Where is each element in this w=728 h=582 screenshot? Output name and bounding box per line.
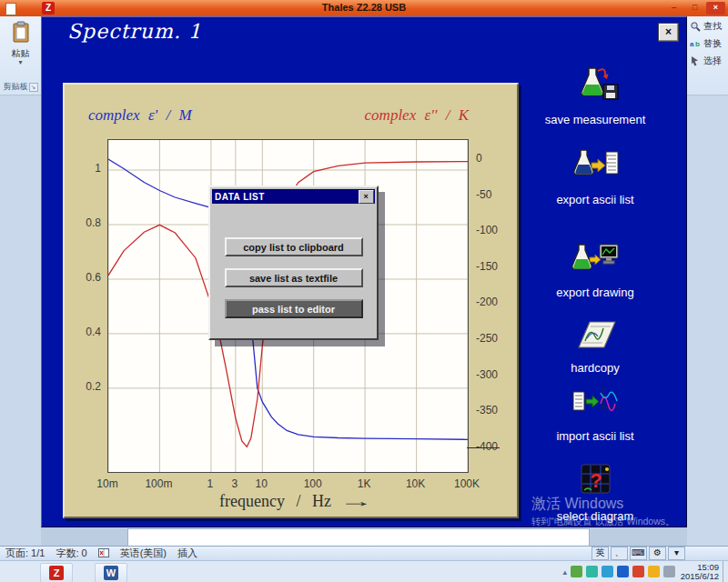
y-axis-right-tick: -100 <box>476 224 516 236</box>
ime-punctuation-toggle[interactable]: 、 <box>611 547 628 560</box>
tray-icon[interactable] <box>571 566 582 577</box>
menu-hardcopy[interactable]: hardcopy <box>536 313 654 375</box>
x-axis-tick: 10K <box>396 477 436 490</box>
status-insert-mode[interactable]: 插入 <box>177 547 197 560</box>
status-language[interactable]: 英语(美国) <box>120 547 167 560</box>
ribbon-editing-group: 查找 a b 替换 选择 <box>687 16 728 95</box>
select-cursor-icon <box>690 55 701 66</box>
x-axis-arrow-icon: → <box>339 492 373 511</box>
y-axis-right-tick: -150 <box>476 260 516 273</box>
left-axis-title: complex ε' / M <box>88 106 192 125</box>
y-axis-left-tick: 1 <box>65 162 101 175</box>
ime-keyboard-icon[interactable]: ⌨ <box>630 547 647 560</box>
window-title: Thales Z2.28 USB <box>91 2 637 13</box>
svg-text:a: a <box>690 40 694 48</box>
hardcopy-icon <box>568 313 622 356</box>
select-diagram-icon: ? <box>568 461 622 505</box>
menu-select-diagram[interactable]: ? select diagram <box>536 461 654 523</box>
y-axis-left-tick: 0.4 <box>65 326 101 338</box>
thales-app-icon: Z <box>42 2 55 15</box>
ime-language-bar: 英 、 ⌨ ⚙ ▾ <box>592 547 685 560</box>
dialog-close-button[interactable]: × <box>359 190 374 204</box>
spectrum-window-title: Spectrum. 1 <box>67 20 202 43</box>
tray-icon[interactable] <box>617 566 629 577</box>
menu-label: select diagram <box>536 509 654 523</box>
y-axis-left-tick: 0.8 <box>65 216 101 229</box>
word-taskbar-icon: W <box>104 566 118 580</box>
replace-button[interactable]: a b 替换 <box>687 34 728 51</box>
data-list-dialog: DATA LIST × copy list to clipboard save … <box>208 186 379 340</box>
y-axis-right-tick: -50 <box>476 188 516 201</box>
menu-save-measurement[interactable]: save measurement <box>536 65 654 126</box>
window-controls: – □ × <box>664 2 725 15</box>
ribbon-clipboard-group: 粘贴 ▾ 剪贴板↘ <box>0 16 41 95</box>
show-desktop-button[interactable] <box>723 561 728 582</box>
svg-text:?: ? <box>590 469 602 492</box>
x-axis-tick: 1K <box>344 477 384 490</box>
paste-dropdown-icon[interactable]: ▾ <box>4 60 37 65</box>
export-drawing-icon <box>568 237 622 281</box>
menu-import-ascii-list[interactable]: import ascii list <box>536 381 654 443</box>
menu-label: export drawing <box>536 286 654 299</box>
tray-icons <box>571 566 675 577</box>
hidden-icons-arrow[interactable]: ▴ <box>562 567 567 577</box>
y-axis-right-tick: -200 <box>476 296 516 308</box>
menu-export-drawing[interactable]: export drawing <box>536 237 654 299</box>
x-axis-tick: 100K <box>447 477 487 490</box>
tray-icon[interactable] <box>632 566 644 577</box>
tray-icon[interactable] <box>663 566 675 577</box>
menu-label: save measurement <box>536 113 654 126</box>
proofing-status-icon[interactable] <box>98 548 109 558</box>
replace-label: 替换 <box>703 37 722 50</box>
dialog-launcher-icon[interactable]: ↘ <box>29 83 38 92</box>
y-axis-left-tick: 0.2 <box>65 380 101 393</box>
status-page-count[interactable]: 页面: 1/1 <box>5 547 45 560</box>
status-word-count[interactable]: 字数: 0 <box>56 547 86 560</box>
taskbar: Z W ▴ 15:09 2015/6/12 <box>0 560 728 582</box>
right-axis-marker-line <box>467 447 500 448</box>
tray-icon[interactable] <box>648 566 660 577</box>
window-titlebar: Z Thales Z2.28 USB – □ × <box>0 0 728 16</box>
menu-label: hardcopy <box>536 361 654 375</box>
x-axis-tick: 100m <box>138 477 178 490</box>
y-axis-right-tick: -400 <box>476 440 516 453</box>
taskbar-clock[interactable]: 15:09 2015/6/12 <box>681 563 719 581</box>
y-axis-right-tick: -250 <box>476 332 516 345</box>
pass-list-to-editor-button[interactable]: pass list to editor <box>225 299 363 318</box>
close-button[interactable]: × <box>706 2 725 15</box>
thales-taskbar-icon: Z <box>49 566 64 580</box>
taskbar-word-app[interactable]: W <box>95 563 127 582</box>
taskbar-thales-app[interactable]: Z <box>40 563 73 582</box>
save-list-as-textfile-button[interactable]: save list as textfile <box>225 268 363 287</box>
y-axis-left-tick: 0.6 <box>65 271 101 284</box>
menu-label: import ascii list <box>536 429 654 443</box>
paste-button[interactable]: 粘贴 ▾ <box>4 20 37 78</box>
spectrum-close-button[interactable]: × <box>658 23 679 42</box>
word-page-edge <box>127 528 590 546</box>
select-label: 选择 <box>703 55 722 67</box>
x-axis-tick: 100 <box>293 477 333 490</box>
x-axis-tick: 10 <box>241 477 281 490</box>
maximize-button[interactable]: □ <box>685 2 704 15</box>
select-button[interactable]: 选择 <box>687 51 728 68</box>
word-document-strip <box>41 527 687 546</box>
ime-settings-icon[interactable]: ⚙ <box>649 547 666 560</box>
find-icon <box>690 21 701 32</box>
ime-options-arrow[interactable]: ▾ <box>668 547 685 560</box>
find-label: 查找 <box>703 20 722 33</box>
tray-icon[interactable] <box>602 566 613 577</box>
y-axis-right-tick: 0 <box>476 152 516 165</box>
x-axis-tick: 10m <box>87 477 127 490</box>
menu-export-ascii-list[interactable]: export ascii list <box>536 145 654 206</box>
system-tray: ▴ <box>562 566 675 577</box>
menu-label: export ascii list <box>536 193 654 206</box>
copy-list-to-clipboard-button[interactable]: copy list to clipboard <box>225 237 363 256</box>
clipboard-group-label: 剪贴板↘ <box>0 81 41 93</box>
minimize-button[interactable]: – <box>664 2 683 15</box>
ime-language-toggle[interactable]: 英 <box>592 547 609 560</box>
dialog-titlebar[interactable]: DATA LIST × <box>212 189 375 204</box>
find-button[interactable]: 查找 <box>687 16 728 34</box>
tray-icon[interactable] <box>586 566 598 577</box>
y-axis-right-tick: -300 <box>476 368 516 381</box>
word-right-edge: 查找 a b 替换 选择 <box>687 16 728 546</box>
